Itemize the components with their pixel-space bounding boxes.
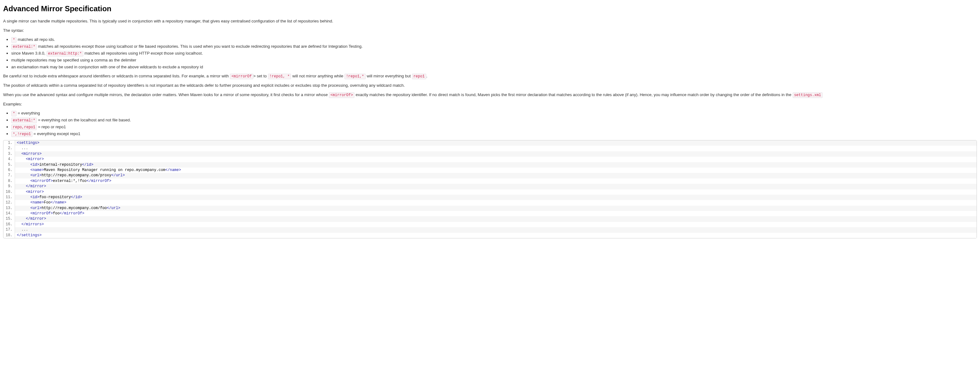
code-line: ... (15, 227, 977, 232)
text: = everything except repo1 (32, 131, 81, 136)
xml-tag: </name> (51, 200, 66, 205)
list-item: *,!repo1 = everything except repo1 (11, 131, 977, 137)
xml-tag: <mirrorOf> (30, 179, 53, 183)
code-line: </mirror> (15, 216, 977, 222)
text: http://repo.mycompany.com/foo (41, 206, 107, 210)
list-item: external:* = everything not on the local… (11, 117, 977, 123)
text: When you use the advanced syntax and con… (3, 92, 329, 97)
xml-tag: </mirrorOf> (86, 179, 111, 183)
examples-label: Examples: (3, 101, 977, 107)
code-line: <id>foo-repository</id> (15, 195, 977, 200)
code-inline: external:* (11, 118, 37, 123)
syntax-list: * matches all repo ids. external:* match… (3, 37, 977, 70)
text: foo (53, 211, 60, 216)
xml-tag: </mirrorOf> (60, 211, 84, 216)
text: Be careful not to include extra whitespa… (3, 74, 230, 78)
syntax-label: The syntax: (3, 27, 977, 34)
list-item: repo,repo1 = repo or repo1 (11, 124, 977, 130)
xml-tag: </name> (165, 168, 181, 172)
code-inline: *,!repo1 (11, 131, 32, 137)
examples-list: * = everything external:* = everything n… (3, 110, 977, 137)
text: matches all repositories using HTTP exce… (83, 51, 203, 56)
xml-tag: <name> (30, 200, 44, 205)
code-inline: * (11, 111, 17, 116)
list-item: external:* matches all repositories exce… (11, 43, 977, 49)
code-line: <mirrors> (15, 151, 977, 157)
code-line: <mirrorOf>foo</mirrorOf> (15, 211, 977, 216)
text: ... (21, 227, 28, 232)
code-lines: <settings> ... <mirrors> <mirror> <id>in… (3, 140, 977, 238)
code-line: ... (15, 146, 977, 151)
text: Maven Repository Manager running on repo… (44, 168, 165, 172)
text: since Maven 3.8.0, (11, 51, 46, 56)
text: = everything not on the localhost and no… (37, 118, 131, 122)
page-title: Advanced Mirror Specification (3, 3, 977, 14)
text: http://repo.mycompany.com/proxy (41, 173, 111, 178)
code-inline: * (11, 37, 17, 43)
text: will not mirror anything while (291, 74, 344, 78)
xml-tag: <url> (30, 173, 41, 178)
code-line: <name>Maven Repository Manager running o… (15, 168, 977, 173)
code-line: <settings> (15, 140, 977, 146)
code-line: </mirror> (15, 184, 977, 189)
code-line: <url>http://repo.mycompany.com/proxy</ur… (15, 173, 977, 178)
text: Foo (44, 200, 51, 205)
xml-tag: <id> (30, 162, 39, 167)
xml-tag: <url> (30, 206, 41, 210)
list-item: * = everything (11, 110, 977, 116)
xml-tag: </mirror> (26, 184, 46, 189)
text: = repo or repo1 (37, 124, 66, 129)
advanced-paragraph: When you use the advanced syntax and con… (3, 92, 977, 98)
code-inline: !repo1, * (268, 74, 291, 79)
xml-tag: </id> (82, 162, 93, 167)
xml-tag: <name> (30, 168, 44, 172)
text: will mirror everything but (366, 74, 412, 78)
code-inline: <mirrorOf> (329, 92, 355, 98)
code-line: <mirror> (15, 157, 977, 162)
text: matches all repo ids. (17, 37, 55, 42)
text: . (426, 74, 428, 78)
xml-tag: <mirror> (26, 190, 44, 194)
code-inline: !repo1,* (344, 74, 366, 79)
code-block: <settings> ... <mirrors> <mirror> <id>in… (3, 140, 977, 238)
code-line: <id>internal-repository</id> (15, 162, 977, 168)
text: an exclamation mark may be used in conju… (11, 65, 203, 69)
text: external:*,!foo (53, 179, 86, 183)
xml-tag: <settings> (17, 141, 39, 145)
intro-paragraph: A single mirror can handle multiple repo… (3, 18, 977, 24)
list-item: * matches all repo ids. (11, 37, 977, 43)
xml-tag: <mirror> (26, 157, 44, 161)
text: exactly matches the repository identifie… (355, 92, 792, 97)
code-inline: <mirrorOf (230, 74, 253, 79)
code-inline: settings.xml (792, 92, 822, 98)
text: matches all repositories except those us… (37, 44, 363, 49)
xml-tag: <id> (30, 195, 39, 199)
xml-tag: <mirrors> (21, 152, 41, 156)
text: foo-repository (39, 195, 71, 199)
text: internal-repository (39, 162, 82, 167)
xml-tag: <mirrorOf> (30, 211, 53, 216)
list-item: an exclamation mark may be used in conju… (11, 64, 977, 70)
code-line: <url>http://repo.mycompany.com/foo</url> (15, 206, 977, 211)
code-inline: external:http:* (46, 51, 83, 57)
code-line: </mirrors> (15, 222, 977, 227)
xml-tag: </mirrors> (21, 222, 44, 227)
list-item: multiple repositories may be specified u… (11, 57, 977, 64)
position-paragraph: The position of wildcards within a comma… (3, 83, 977, 89)
xml-tag: </url> (107, 206, 120, 210)
careful-paragraph: Be careful not to include extra whitespa… (3, 73, 977, 79)
xml-tag: </id> (71, 195, 82, 199)
code-line: <mirrorOf>external:*,!foo</mirrorOf> (15, 178, 977, 184)
code-line: </settings> (15, 233, 977, 238)
xml-tag: </settings> (17, 233, 41, 237)
list-item: since Maven 3.8.0, external:http:* match… (11, 50, 977, 57)
code-line: <name>Foo</name> (15, 200, 977, 205)
code-line: <mirror> (15, 189, 977, 195)
text: > set to (253, 74, 268, 78)
xml-tag: </url> (111, 173, 125, 178)
code-inline: repo1 (412, 74, 426, 79)
text: = everything (17, 111, 40, 116)
xml-tag: </mirror> (26, 216, 46, 221)
code-inline: repo,repo1 (11, 124, 37, 130)
text: ... (21, 146, 28, 150)
